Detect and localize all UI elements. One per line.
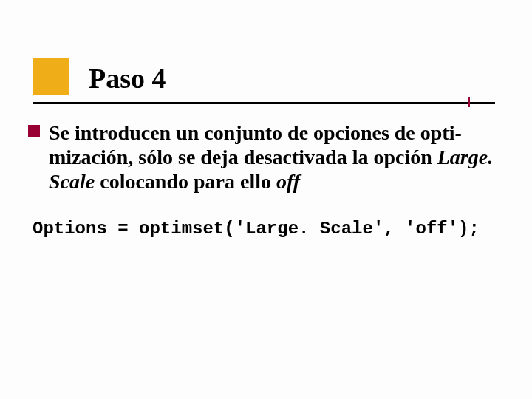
slide-body: Se introducen un conjunto de opciones de… — [33, 120, 495, 239]
bullet-icon — [28, 125, 40, 137]
para-off: off — [276, 170, 300, 193]
title-underline — [33, 102, 495, 104]
slide-title: Paso 4 — [33, 58, 495, 100]
body-paragraph: Se introducen un conjunto de opciones de… — [49, 120, 495, 194]
slide: Paso 4 Se introducen un conjunto de opci… — [0, 0, 532, 399]
title-block: Paso 4 — [33, 58, 495, 104]
para-part2: colocando para ello — [95, 170, 276, 193]
para-part1: Se introducen un conjunto de opciones de… — [49, 121, 462, 168]
code-line: Options = optimset('Large. Scale', 'off'… — [33, 219, 495, 239]
underline-tick-icon — [468, 97, 470, 107]
bullet-block: Se introducen un conjunto de opciones de… — [33, 120, 495, 194]
